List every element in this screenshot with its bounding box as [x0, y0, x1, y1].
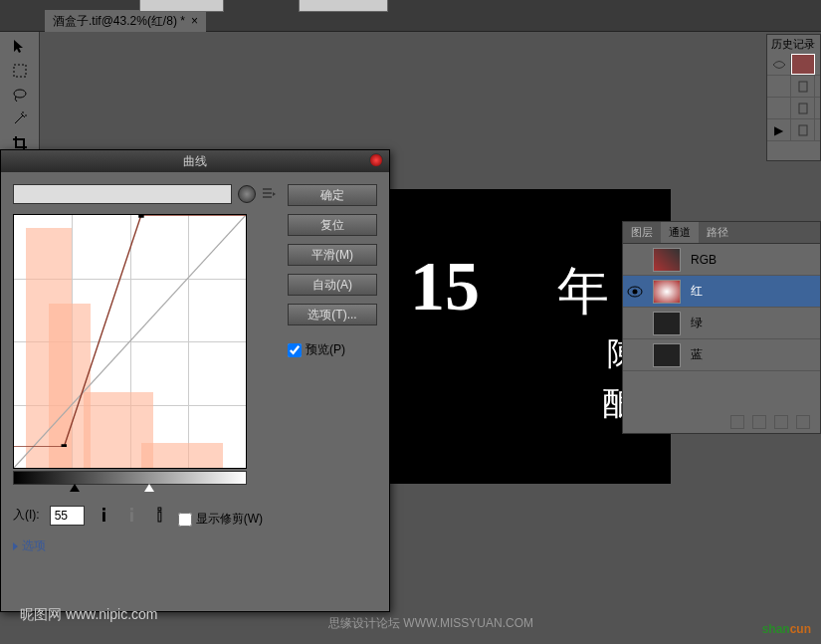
stamp-year-char: 年	[557, 257, 609, 326]
tab-channels[interactable]: 通道	[661, 222, 699, 243]
channel-name: 蓝	[687, 346, 820, 363]
ok-button[interactable]: 确定	[288, 184, 377, 206]
svg-rect-4	[799, 125, 807, 135]
history-panel: 历史记录 ▶	[766, 34, 821, 161]
history-step-icon	[791, 119, 815, 140]
input-label: 入(I):	[13, 507, 40, 524]
channel-row-rgb[interactable]: RGB	[623, 244, 820, 276]
svg-rect-8	[62, 444, 67, 447]
curves-preset-dropdown[interactable]	[13, 184, 232, 204]
history-step-row[interactable]	[767, 76, 820, 98]
curves-title: 曲线	[183, 153, 207, 170]
wand-tool-icon[interactable]	[8, 110, 32, 126]
svg-point-6	[633, 289, 638, 294]
options-dropdown-2[interactable]	[299, 0, 388, 12]
white-eyedropper-icon[interactable]	[150, 507, 168, 525]
new-channel-icon[interactable]	[774, 415, 788, 429]
black-point-slider[interactable]	[70, 484, 80, 492]
load-selection-icon[interactable]	[730, 415, 744, 429]
save-selection-icon[interactable]	[752, 415, 766, 429]
options-dropdown-1[interactable]	[139, 0, 224, 12]
watermark-nipic: 昵图网 www.nipic.com	[20, 606, 157, 624]
curve-display-options-link[interactable]: 选项	[13, 537, 46, 554]
auto-button[interactable]: 自动(A)	[288, 274, 377, 296]
smooth-button[interactable]: 平滑(M)	[288, 244, 377, 266]
workspace: 15 年 陳 酿 历史记录 ▶	[0, 32, 821, 644]
watermark-siyuan: 思缘设计论坛 WWW.MISSYUAN.COM	[328, 615, 533, 632]
preview-checkbox[interactable]	[288, 343, 302, 357]
curves-titlebar[interactable]: 曲线	[1, 150, 389, 172]
channels-panel-footer	[623, 411, 820, 433]
channel-name: RGB	[687, 253, 820, 267]
close-button[interactable]	[369, 153, 383, 167]
history-step-icon	[791, 76, 815, 97]
snapshot-thumb[interactable]	[791, 54, 815, 75]
svg-rect-2	[799, 82, 807, 92]
flyout-menu-icon[interactable]	[262, 186, 278, 202]
curves-dialog: 曲线	[0, 149, 390, 612]
black-eyedropper-icon[interactable]	[95, 507, 112, 525]
tab-layers[interactable]: 图层	[623, 222, 661, 243]
move-tool-icon[interactable]	[8, 38, 32, 54]
svg-point-1	[14, 90, 26, 98]
panel-tabs: 图层 通道 路径	[623, 222, 820, 244]
delete-channel-icon[interactable]	[796, 415, 810, 429]
svg-rect-0	[14, 65, 26, 77]
channel-thumb-blue	[653, 343, 681, 367]
history-panel-title: 历史记录	[767, 35, 820, 54]
channels-panel: 图层 通道 路径 RGB 红 绿 蓝	[622, 221, 821, 434]
reset-button[interactable]: 复位	[288, 214, 377, 236]
history-step-row[interactable]	[767, 98, 820, 119]
options-button[interactable]: 选项(T)...	[288, 304, 377, 325]
curve-line[interactable]	[14, 215, 246, 447]
preview-checkbox-row[interactable]: 预览(P)	[288, 341, 377, 358]
show-clipping-label: 显示修剪(W)	[196, 511, 263, 528]
gray-eyedropper-icon[interactable]	[122, 507, 140, 525]
stamp-artwork: 15 年 陳 酿	[420, 227, 639, 446]
close-icon[interactable]: ×	[191, 14, 198, 28]
input-value-field[interactable]	[50, 506, 85, 526]
document-tab[interactable]: 酒盒子.tif@43.2%(红/8) * ×	[45, 10, 206, 32]
options-bar	[0, 0, 821, 10]
history-step-icon	[791, 98, 815, 118]
snapshot-brush-icon[interactable]	[767, 54, 791, 75]
history-step-row[interactable]: ▶	[767, 119, 820, 141]
watermark-shancun: shancun	[762, 611, 811, 639]
channel-row-red[interactable]: 红	[623, 276, 820, 308]
preview-label: 预览(P)	[306, 341, 345, 358]
channel-row-green[interactable]: 绿	[623, 308, 820, 339]
channel-thumb-rgb	[653, 248, 681, 272]
svg-rect-9	[138, 215, 143, 218]
stamp-number: 15	[410, 247, 480, 326]
preset-menu-icon[interactable]	[238, 185, 256, 203]
svg-rect-3	[799, 104, 807, 113]
channel-thumb-green	[653, 312, 681, 335]
channel-row-blue[interactable]: 蓝	[623, 339, 820, 371]
tool-panel	[0, 32, 40, 151]
show-clipping-checkbox[interactable]: 显示修剪(W)	[178, 511, 263, 528]
history-snapshot-row[interactable]	[767, 54, 820, 76]
history-active-icon: ▶	[767, 119, 791, 140]
channel-name: 绿	[687, 315, 820, 331]
channel-name: 红	[687, 283, 820, 300]
document-tab-bar: 酒盒子.tif@43.2%(红/8) * ×	[0, 10, 821, 32]
white-point-slider[interactable]	[144, 484, 154, 492]
lasso-tool-icon[interactable]	[8, 87, 32, 103]
document-tab-title: 酒盒子.tif@43.2%(红/8) *	[53, 13, 185, 30]
channel-thumb-red	[653, 280, 681, 304]
channel-visibility-toggle[interactable]	[623, 286, 647, 298]
input-gradient-strip[interactable]	[13, 471, 247, 485]
tab-paths[interactable]: 路径	[699, 222, 736, 243]
curves-graph[interactable]	[13, 214, 247, 469]
marquee-tool-icon[interactable]	[8, 62, 32, 78]
